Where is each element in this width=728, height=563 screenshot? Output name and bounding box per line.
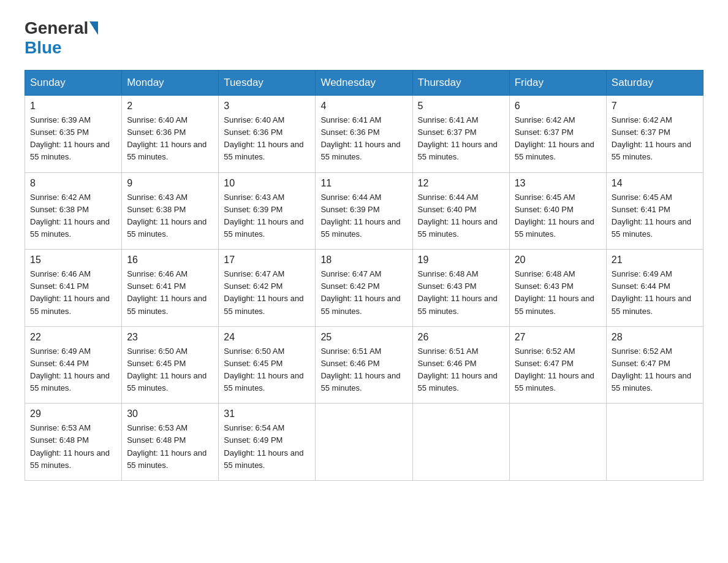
day-number: 19	[418, 255, 504, 266]
day-info: Sunrise: 6:47 AMSunset: 6:42 PMDaylight:…	[320, 269, 400, 315]
day-cell-27: 27Sunrise: 6:52 AMSunset: 6:47 PMDayligh…	[509, 326, 606, 404]
day-cell-25: 25Sunrise: 6:51 AMSunset: 6:46 PMDayligh…	[316, 326, 412, 404]
day-info: Sunrise: 6:46 AMSunset: 6:41 PMDaylight:…	[127, 269, 207, 315]
day-info: Sunrise: 6:45 AMSunset: 6:40 PMDaylight:…	[515, 193, 594, 239]
day-cell-31: 31Sunrise: 6:54 AMSunset: 6:49 PMDayligh…	[219, 404, 316, 481]
day-info: Sunrise: 6:46 AMSunset: 6:41 PMDaylight:…	[30, 269, 110, 315]
day-cell-8: 8Sunrise: 6:42 AMSunset: 6:38 PMDaylight…	[25, 172, 122, 250]
day-number: 29	[30, 408, 116, 419]
logo-blue-text: Blue	[25, 38, 62, 58]
day-cell-7: 7Sunrise: 6:42 AMSunset: 6:37 PMDaylight…	[606, 96, 703, 173]
day-cell-1: 1Sunrise: 6:39 AMSunset: 6:35 PMDaylight…	[25, 96, 122, 173]
day-info: Sunrise: 6:42 AMSunset: 6:37 PMDaylight:…	[612, 115, 691, 161]
day-number: 30	[127, 408, 213, 419]
empty-cell	[606, 404, 703, 481]
day-number: 28	[612, 332, 698, 343]
weekday-header-thursday: Thursday	[412, 71, 509, 96]
day-cell-14: 14Sunrise: 6:45 AMSunset: 6:41 PMDayligh…	[606, 172, 703, 250]
day-cell-29: 29Sunrise: 6:53 AMSunset: 6:48 PMDayligh…	[25, 404, 122, 481]
week-row-1: 1Sunrise: 6:39 AMSunset: 6:35 PMDaylight…	[25, 96, 703, 173]
day-number: 14	[612, 178, 698, 189]
calendar-table: SundayMondayTuesdayWednesdayThursdayFrid…	[25, 70, 703, 481]
day-info: Sunrise: 6:43 AMSunset: 6:39 PMDaylight:…	[224, 193, 303, 239]
weekday-header-row: SundayMondayTuesdayWednesdayThursdayFrid…	[25, 71, 703, 96]
day-info: Sunrise: 6:49 AMSunset: 6:44 PMDaylight:…	[612, 269, 691, 315]
day-info: Sunrise: 6:47 AMSunset: 6:42 PMDaylight:…	[224, 269, 303, 315]
day-cell-30: 30Sunrise: 6:53 AMSunset: 6:48 PMDayligh…	[122, 404, 219, 481]
day-cell-21: 21Sunrise: 6:49 AMSunset: 6:44 PMDayligh…	[606, 250, 703, 327]
day-info: Sunrise: 6:45 AMSunset: 6:41 PMDaylight:…	[612, 193, 691, 239]
day-number: 9	[127, 178, 213, 189]
day-info: Sunrise: 6:42 AMSunset: 6:37 PMDaylight:…	[515, 115, 594, 161]
weekday-header-monday: Monday	[122, 71, 219, 96]
logo: General Blue	[25, 18, 99, 58]
weekday-header-wednesday: Wednesday	[316, 71, 412, 96]
day-info: Sunrise: 6:50 AMSunset: 6:45 PMDaylight:…	[224, 347, 303, 393]
day-number: 15	[30, 255, 116, 266]
day-number: 7	[612, 101, 698, 112]
empty-cell	[412, 404, 509, 481]
day-info: Sunrise: 6:48 AMSunset: 6:43 PMDaylight:…	[515, 269, 594, 315]
weekday-header-saturday: Saturday	[606, 71, 703, 96]
day-info: Sunrise: 6:53 AMSunset: 6:48 PMDaylight:…	[30, 423, 110, 469]
day-cell-6: 6Sunrise: 6:42 AMSunset: 6:37 PMDaylight…	[509, 96, 606, 173]
empty-cell	[509, 404, 606, 481]
day-info: Sunrise: 6:39 AMSunset: 6:35 PMDaylight:…	[30, 115, 110, 161]
day-info: Sunrise: 6:40 AMSunset: 6:36 PMDaylight:…	[224, 115, 303, 161]
day-info: Sunrise: 6:50 AMSunset: 6:45 PMDaylight:…	[127, 347, 207, 393]
page-header: General Blue	[25, 18, 703, 58]
week-row-3: 15Sunrise: 6:46 AMSunset: 6:41 PMDayligh…	[25, 250, 703, 327]
day-cell-22: 22Sunrise: 6:49 AMSunset: 6:44 PMDayligh…	[25, 326, 122, 404]
day-cell-16: 16Sunrise: 6:46 AMSunset: 6:41 PMDayligh…	[122, 250, 219, 327]
day-cell-5: 5Sunrise: 6:41 AMSunset: 6:37 PMDaylight…	[412, 96, 509, 173]
day-cell-12: 12Sunrise: 6:44 AMSunset: 6:40 PMDayligh…	[412, 172, 509, 250]
day-number: 17	[224, 255, 310, 266]
day-number: 10	[224, 178, 310, 189]
day-cell-17: 17Sunrise: 6:47 AMSunset: 6:42 PMDayligh…	[219, 250, 316, 327]
day-number: 27	[515, 332, 601, 343]
day-number: 16	[127, 255, 213, 266]
weekday-header-tuesday: Tuesday	[219, 71, 316, 96]
day-number: 6	[515, 101, 601, 112]
day-number: 18	[320, 255, 407, 266]
week-row-4: 22Sunrise: 6:49 AMSunset: 6:44 PMDayligh…	[25, 326, 703, 404]
day-number: 25	[320, 332, 407, 343]
day-info: Sunrise: 6:53 AMSunset: 6:48 PMDaylight:…	[127, 423, 207, 469]
day-cell-9: 9Sunrise: 6:43 AMSunset: 6:38 PMDaylight…	[122, 172, 219, 250]
day-cell-11: 11Sunrise: 6:44 AMSunset: 6:39 PMDayligh…	[316, 172, 412, 250]
day-cell-2: 2Sunrise: 6:40 AMSunset: 6:36 PMDaylight…	[122, 96, 219, 173]
day-info: Sunrise: 6:43 AMSunset: 6:38 PMDaylight:…	[127, 193, 207, 239]
day-cell-26: 26Sunrise: 6:51 AMSunset: 6:46 PMDayligh…	[412, 326, 509, 404]
day-number: 24	[224, 332, 310, 343]
day-cell-28: 28Sunrise: 6:52 AMSunset: 6:47 PMDayligh…	[606, 326, 703, 404]
weekday-header-friday: Friday	[509, 71, 606, 96]
empty-cell	[316, 404, 412, 481]
day-number: 31	[224, 408, 310, 419]
weekday-header-sunday: Sunday	[25, 71, 122, 96]
day-number: 11	[320, 178, 407, 189]
week-row-5: 29Sunrise: 6:53 AMSunset: 6:48 PMDayligh…	[25, 404, 703, 481]
day-info: Sunrise: 6:40 AMSunset: 6:36 PMDaylight:…	[127, 115, 207, 161]
day-info: Sunrise: 6:44 AMSunset: 6:40 PMDaylight:…	[418, 193, 498, 239]
day-info: Sunrise: 6:51 AMSunset: 6:46 PMDaylight:…	[418, 347, 498, 393]
day-cell-24: 24Sunrise: 6:50 AMSunset: 6:45 PMDayligh…	[219, 326, 316, 404]
day-info: Sunrise: 6:41 AMSunset: 6:37 PMDaylight:…	[418, 115, 498, 161]
day-number: 12	[418, 178, 504, 189]
day-number: 1	[30, 101, 116, 112]
day-cell-20: 20Sunrise: 6:48 AMSunset: 6:43 PMDayligh…	[509, 250, 606, 327]
day-cell-3: 3Sunrise: 6:40 AMSunset: 6:36 PMDaylight…	[219, 96, 316, 173]
day-number: 2	[127, 101, 213, 112]
day-info: Sunrise: 6:42 AMSunset: 6:38 PMDaylight:…	[30, 193, 110, 239]
logo-general-text: General	[25, 18, 88, 38]
day-info: Sunrise: 6:49 AMSunset: 6:44 PMDaylight:…	[30, 347, 110, 393]
day-number: 5	[418, 101, 504, 112]
day-info: Sunrise: 6:52 AMSunset: 6:47 PMDaylight:…	[515, 347, 594, 393]
day-number: 23	[127, 332, 213, 343]
day-number: 22	[30, 332, 116, 343]
day-number: 13	[515, 178, 601, 189]
day-number: 4	[320, 101, 407, 112]
day-cell-10: 10Sunrise: 6:43 AMSunset: 6:39 PMDayligh…	[219, 172, 316, 250]
day-cell-23: 23Sunrise: 6:50 AMSunset: 6:45 PMDayligh…	[122, 326, 219, 404]
day-number: 3	[224, 101, 310, 112]
day-number: 8	[30, 178, 116, 189]
